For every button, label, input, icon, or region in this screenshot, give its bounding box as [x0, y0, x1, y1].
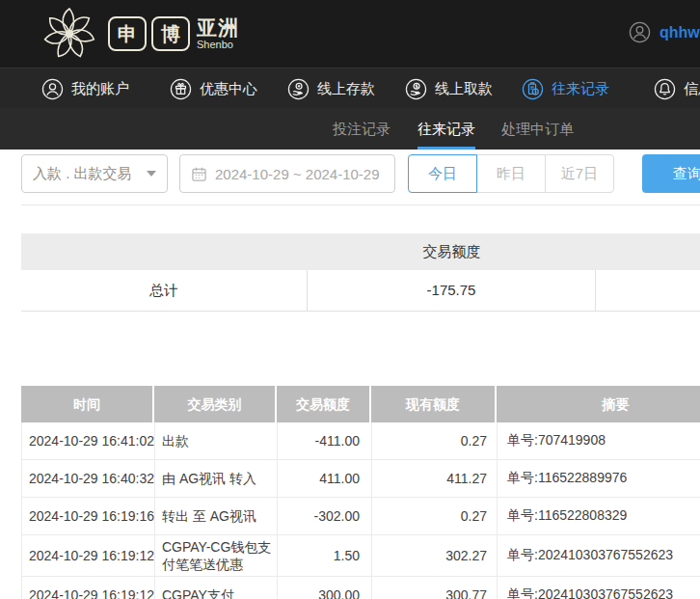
deposit-icon — [287, 78, 310, 100]
nav-item-label: 往来记录 — [552, 80, 609, 98]
cell-time: 2024-10-29 16:19:12 — [22, 535, 155, 576]
cell-amount: 300.00 — [278, 577, 372, 599]
nav-item-my-account[interactable]: 我的账户 — [41, 68, 129, 109]
cell-balance: 302.27 — [372, 535, 498, 576]
summary-header-label: 交易额度 — [308, 233, 596, 270]
col-header-summary: 摘要 — [497, 386, 700, 422]
cell-time: 2024-10-29 16:40:32 — [22, 460, 155, 497]
cell-time: 2024-10-29 16:19:12 — [22, 577, 155, 599]
today-button[interactable]: 今日 — [408, 154, 477, 193]
cell-type: 出款 — [155, 422, 278, 459]
summary-empty-cell — [596, 270, 700, 311]
nav-item-withdraw[interactable]: 线上取款 — [405, 68, 493, 109]
cell-balance: 0.27 — [372, 422, 498, 459]
last7days-button[interactable]: 近7日 — [545, 154, 614, 193]
summary-total-row: 总计 -175.75 — [21, 270, 700, 312]
cell-balance: 411.27 — [372, 460, 498, 497]
tab-transaction-records[interactable]: 往来记录 — [417, 108, 475, 150]
table-header-row: 时间 交易类别 交易额度 现有额度 摘要 — [21, 386, 700, 422]
col-header-time: 时间 — [21, 386, 154, 422]
transaction-type-value: 入款 . 出款交易 — [33, 165, 132, 183]
top-header: 申 博 亚洲 Shenbo qhhw — [0, 0, 700, 68]
cell-type: 转出 至 AG视讯 — [155, 498, 278, 534]
cell-amount: 1.50 — [278, 535, 372, 576]
date-range-value: 2024-10-29 ~ 2024-10-29 — [215, 166, 380, 182]
table-row: 2024-10-29 16:40:32 由 AG视讯 转入 411.00 411… — [21, 460, 700, 498]
cell-summary: 单号:202410303767552623 — [498, 535, 700, 576]
section-divider — [21, 204, 700, 205]
cell-amount: -411.00 — [278, 422, 372, 459]
summary-total-label: 总计 — [21, 270, 308, 311]
nav-item-deposit[interactable]: 线上存款 — [287, 68, 375, 109]
nav-item-label: 优惠中心 — [200, 80, 257, 98]
search-button[interactable]: 查询 — [642, 154, 700, 193]
nav-item-promotions[interactable]: 优惠中心 — [170, 68, 257, 109]
person-icon — [41, 78, 64, 100]
col-header-amount: 交易额度 — [277, 386, 371, 422]
nav-item-label: 信息 — [684, 80, 700, 98]
quick-date-button-group: 今日 昨日 近7日 — [408, 154, 614, 193]
records-icon — [522, 78, 544, 100]
cell-balance: 0.27 — [372, 498, 498, 534]
flower-logo-icon — [41, 4, 97, 64]
logo-char-box: 申 — [108, 16, 147, 51]
tab-betting-records[interactable]: 投注记录 — [333, 108, 390, 150]
calendar-icon — [191, 166, 207, 182]
sub-nav: 投注记录 往来记录 处理中订单 — [0, 108, 700, 150]
transaction-type-select[interactable]: 入款 . 出款交易 — [21, 154, 168, 193]
date-range-input[interactable]: 2024-10-29 ~ 2024-10-29 — [179, 154, 395, 193]
transaction-records-page: 申 博 亚洲 Shenbo qhhw 我的账户 — [0, 0, 700, 599]
cell-type: 由 AG视讯 转入 — [155, 460, 278, 497]
logo-char: 申 — [118, 21, 137, 47]
table-row: 2024-10-29 16:19:12 CGPAY支付 300.00 300.7… — [21, 577, 700, 599]
cell-summary: 单号:116522808329 — [498, 498, 700, 534]
cell-time: 2024-10-29 16:19:16 — [22, 498, 155, 534]
nav-item-messages[interactable]: 信息 — [654, 68, 700, 109]
cell-type: CGPAY-CG钱包支付笔笔送优惠 — [155, 535, 278, 576]
logo-region-text: 亚洲 — [197, 17, 239, 38]
table-row: 2024-10-29 16:19:12 CGPAY-CG钱包支付笔笔送优惠 1.… — [21, 535, 700, 577]
cell-summary: 单号:707419908 — [498, 422, 700, 459]
table-row: 2024-10-29 16:19:16 转出 至 AG视讯 -302.00 0.… — [21, 498, 700, 535]
nav-item-label: 线上存款 — [317, 80, 375, 98]
main-nav: 我的账户 优惠中心 线上存款 — [0, 68, 700, 108]
transactions-table: 时间 交易类别 交易额度 现有额度 摘要 2024-10-29 16:41:02… — [21, 386, 700, 599]
cell-type: CGPAY支付 — [155, 577, 278, 599]
tab-pending-orders[interactable]: 处理中订单 — [501, 108, 574, 150]
summary-table: 交易额度 总计 -175.75 — [21, 233, 700, 312]
yesterday-button[interactable]: 昨日 — [476, 154, 546, 193]
cell-amount: 411.00 — [278, 460, 372, 497]
col-header-type: 交易类别 — [154, 386, 277, 422]
site-logo[interactable]: 申 博 亚洲 Shenbo — [41, 4, 239, 64]
logo-char-box: 博 — [151, 16, 190, 51]
bell-icon — [654, 78, 676, 100]
cell-time: 2024-10-29 16:41:02 — [22, 422, 155, 459]
cell-amount: -302.00 — [278, 498, 372, 534]
username-text[interactable]: qhhw — [660, 24, 700, 41]
logo-subtitle: Shenbo — [197, 40, 239, 50]
user-avatar-icon — [629, 21, 651, 43]
chevron-down-icon — [147, 171, 156, 177]
table-row: 2024-10-29 16:41:02 出款 -411.00 0.27 单号:7… — [21, 422, 700, 460]
user-account[interactable]: qhhw — [629, 21, 700, 43]
nav-item-label: 我的账户 — [71, 80, 129, 98]
summary-header-row: 交易额度 — [21, 233, 700, 270]
logo-char: 博 — [161, 21, 180, 47]
summary-total-value: -175.75 — [308, 270, 596, 311]
col-header-balance: 现有额度 — [371, 386, 497, 422]
cell-summary: 单号:202410303767552623 — [498, 577, 700, 599]
nav-item-transaction-records[interactable]: 往来记录 — [522, 68, 609, 109]
cell-balance: 300.77 — [372, 577, 498, 599]
withdraw-icon — [405, 78, 427, 100]
cell-summary: 单号:116522889976 — [498, 460, 700, 497]
nav-item-label: 线上取款 — [435, 80, 493, 98]
gift-icon — [170, 78, 192, 100]
